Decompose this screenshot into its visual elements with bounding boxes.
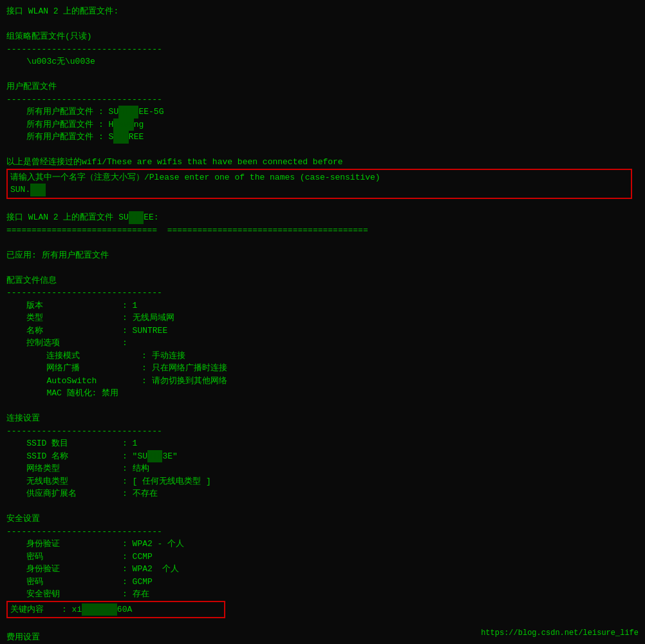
seckey-row: 安全密钥 : 存在 bbox=[6, 588, 639, 601]
net-type-val: : 结构 bbox=[122, 462, 149, 475]
blank3 bbox=[6, 144, 639, 156]
user3-line: 所有用户配置文件 : SUNTREE bbox=[6, 131, 639, 144]
section-user: 用户配置文件 bbox=[6, 80, 639, 93]
broadcast-label: 网络广播 bbox=[6, 362, 142, 375]
ssid-count-row: SSID 数目 : 1 bbox=[6, 437, 639, 450]
auth1-val: : WPA2 - 个人 bbox=[122, 538, 184, 551]
user1-blur: NTRE bbox=[118, 106, 138, 118]
vendor-val: : 不存在 bbox=[122, 488, 158, 500]
ssid-name-val2: 3E" bbox=[162, 450, 177, 463]
keyval-suffix: 60A bbox=[117, 603, 132, 616]
ver-label: 版本 bbox=[6, 299, 122, 312]
conn-row: 连接模式 : 手动连接 bbox=[6, 350, 639, 363]
radio-val: : [ 任何无线电类型 ] bbox=[122, 475, 211, 488]
terminal-window: 接口 WLAN 2 上的配置文件: 组策略配置文件(只读) ----------… bbox=[0, 0, 645, 644]
keyval-box: 关键内容 : xixxxxxxx60A bbox=[6, 601, 225, 619]
keyval-blur: xxxxxxx bbox=[82, 603, 117, 616]
prompt-box: 请输入其中一个名字（注意大小写）/Please enter one of the… bbox=[6, 169, 632, 199]
broadcast-val: : 只在网络广播时连接 bbox=[142, 362, 227, 375]
ctrl-val: : bbox=[122, 337, 127, 350]
ssid-name-val1: : "SU bbox=[122, 450, 147, 463]
keyval-box-wrapper: 关键内容 : xixxxxxxx60A bbox=[6, 601, 225, 619]
autoswitch-label: AutoSwitch bbox=[6, 375, 142, 388]
blank4 bbox=[6, 199, 639, 212]
blank5 bbox=[6, 236, 639, 249]
ssid-blur: NTR bbox=[147, 450, 162, 463]
type-val: : 无线局域网 bbox=[122, 312, 174, 325]
user2-val: ng bbox=[134, 118, 144, 131]
user1-label: 所有用户配置文件 : SU bbox=[6, 106, 118, 118]
user1-val: EE-5G bbox=[138, 106, 164, 118]
net-type-label: 网络类型 bbox=[6, 462, 122, 475]
prompt-cn-line: 请输入其中一个名字（注意大小写）/Please enter one of the… bbox=[10, 171, 628, 184]
divider-long: ============================== =========… bbox=[6, 224, 639, 237]
wu-line: \u003c无\u003e bbox=[6, 55, 639, 68]
vendor-label: 供应商扩展名 bbox=[6, 488, 122, 500]
radio-row: 无线电类型 : [ 任何无线电类型 ] bbox=[6, 475, 639, 488]
ver-val: : 1 bbox=[122, 299, 137, 312]
name-row: 名称 : SUNTREE bbox=[6, 325, 639, 337]
interface-blur: NTR bbox=[129, 211, 144, 224]
divider-config: ------------------------------- bbox=[6, 287, 639, 299]
vendor-row: 供应商扩展名 : 不存在 bbox=[6, 488, 639, 500]
conn-val: : 手动连接 bbox=[142, 350, 185, 363]
prompt-input-line: SUN.TRE bbox=[10, 184, 628, 196]
blank2 bbox=[6, 68, 639, 81]
user3-val: REE bbox=[129, 131, 144, 144]
cipher1-label: 密码 bbox=[6, 551, 122, 564]
keyval-label: 关键内容 bbox=[10, 603, 62, 616]
auth1-row: 身份验证 : WPA2 - 个人 bbox=[6, 538, 639, 551]
cipher2-row: 密码 : GCMP bbox=[6, 576, 639, 589]
interface-label: 接口 WLAN 2 上的配置文件 SU bbox=[6, 211, 129, 224]
name-val: : SUNTREE bbox=[122, 325, 167, 337]
type-row: 类型 : 无线局域网 bbox=[6, 312, 639, 325]
section-config: 配置文件信息 bbox=[6, 274, 639, 287]
keyval-val: : xi bbox=[62, 603, 82, 616]
ssid-name-row: SSID 名称 : "SUNTR3E" bbox=[6, 450, 639, 463]
user2-blur: uawa bbox=[113, 118, 133, 131]
cipher1-val: : CCMP bbox=[122, 551, 153, 564]
prompt-input-text: SUN. bbox=[10, 184, 30, 196]
user2-label: 所有用户配置文件 : H bbox=[6, 118, 113, 131]
type-label: 类型 bbox=[6, 312, 122, 325]
footer-url: https://blog.csdn.net/leisure_life bbox=[481, 627, 639, 639]
interface-line: 接口 WLAN 2 上的配置文件 SUNTREE: bbox=[6, 211, 639, 224]
name-label: 名称 bbox=[6, 325, 122, 337]
section-group: 组策略配置文件(只读) bbox=[6, 30, 639, 43]
ctrl-row: 控制选项 : bbox=[6, 337, 639, 350]
auth2-val: : WPA2 个人 bbox=[122, 563, 179, 576]
user2-line: 所有用户配置文件 : Huawang bbox=[6, 118, 639, 131]
divider-security: ------------------------------- bbox=[6, 526, 639, 538]
auth2-row: 身份验证 : WPA2 个人 bbox=[6, 563, 639, 576]
section-security: 安全设置 bbox=[6, 513, 639, 526]
net-type-row: 网络类型 : 结构 bbox=[6, 462, 639, 475]
ssid-name-label: SSID 名称 bbox=[6, 450, 122, 463]
applied-line: 已应用: 所有用户配置文件 bbox=[6, 249, 639, 262]
seckey-label: 安全密钥 bbox=[6, 588, 122, 601]
seckey-val: : 存在 bbox=[122, 588, 149, 601]
ctrl-label: 控制选项 bbox=[6, 337, 122, 350]
divider2: ------------------------------- bbox=[6, 93, 639, 106]
interface-val: EE: bbox=[144, 211, 158, 224]
auth2-label: 身份验证 bbox=[6, 563, 122, 576]
header1-line: 接口 WLAN 2 上的配置文件: bbox=[6, 5, 639, 18]
ssid-count-val: : 1 bbox=[122, 437, 137, 450]
radio-label: 无线电类型 bbox=[6, 475, 122, 488]
blank6 bbox=[6, 261, 639, 274]
ssid-count-label: SSID 数目 bbox=[6, 437, 122, 450]
user3-blur: UNT bbox=[113, 131, 128, 144]
user3-label: 所有用户配置文件 : S bbox=[6, 131, 113, 144]
cipher2-label: 密码 bbox=[6, 576, 122, 589]
divider1: ------------------------------- bbox=[6, 43, 639, 56]
user1-line: 所有用户配置文件 : SUNTREEE-5G bbox=[6, 106, 639, 118]
above-wifi-line: 以上是曾经连接过的wifi/These are wifis that have … bbox=[6, 156, 639, 169]
blank7 bbox=[6, 400, 639, 413]
autoswitch-val: : 请勿切换到其他网络 bbox=[142, 375, 227, 388]
divider-conn: ------------------------------- bbox=[6, 425, 639, 438]
section-conn: 连接设置 bbox=[6, 412, 639, 425]
prompt-blur: TRE bbox=[30, 184, 45, 196]
cipher2-val: : GCMP bbox=[122, 576, 153, 589]
autoswitch-row: AutoSwitch : 请勿切换到其他网络 bbox=[6, 375, 639, 388]
blank8 bbox=[6, 500, 639, 513]
conn-label: 连接模式 bbox=[6, 350, 142, 363]
